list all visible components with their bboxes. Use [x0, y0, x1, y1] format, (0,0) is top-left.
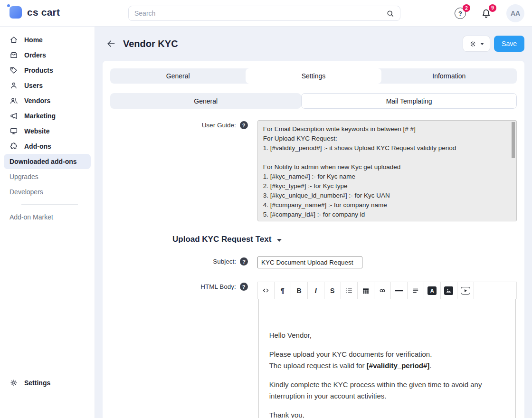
sidebar-item-downloaded-addons[interactable]: Downloaded add-ons	[4, 154, 91, 169]
sidebar-item-marketing[interactable]: Marketing	[0, 108, 95, 124]
cscart-logo[interactable]: cs cart	[10, 6, 60, 19]
sidebar-divider	[21, 204, 78, 205]
bold-icon[interactable]: B	[291, 282, 308, 299]
tab-settings[interactable]: Settings	[246, 68, 381, 84]
chevron-down-icon	[277, 239, 282, 242]
help-tooltip-icon[interactable]: ?	[240, 121, 248, 129]
unordered-list-icon[interactable]	[341, 282, 358, 299]
main-tabs: General Settings Information	[110, 68, 517, 84]
gear-icon	[10, 379, 18, 387]
sidebar-item-addon-market[interactable]: Add-on Market	[0, 209, 95, 225]
sidebar-item-products[interactable]: Products	[0, 63, 95, 78]
horizontal-rule-icon[interactable]	[391, 282, 408, 299]
table-icon[interactable]	[358, 282, 374, 299]
font-color-icon[interactable]: A	[424, 282, 441, 299]
html-body-label: HTML Body:	[110, 282, 236, 290]
email-paragraph: Please upload your KYC documents for ver…	[269, 349, 505, 371]
insert-image-icon[interactable]	[441, 282, 457, 299]
page-settings-dropdown[interactable]	[463, 36, 490, 52]
notification-badge: 9	[489, 4, 496, 12]
sidebar-item-label: Settings	[24, 379, 50, 387]
megaphone-icon	[10, 112, 18, 120]
strikethrough-icon[interactable]: S	[324, 282, 341, 299]
search-icon[interactable]	[386, 9, 395, 18]
sidebar-item-label: Marketing	[24, 112, 56, 120]
link-icon[interactable]	[374, 282, 391, 299]
user-guide-textarea[interactable]: For Email Description write keywords in …	[257, 120, 517, 221]
tag-icon	[10, 66, 18, 75]
tab-general[interactable]: General	[110, 68, 246, 84]
sidebar-item-orders[interactable]: Orders	[0, 48, 95, 63]
email-paragraph: Kindly complete the KYC process within t…	[269, 379, 505, 402]
user-guide-row: User Guide: ? For Email Description writ…	[110, 120, 517, 221]
email-signature: Thank you,Your CS-Cart Team	[269, 409, 505, 418]
help-badge: 2	[463, 4, 470, 12]
sub-tabs: General Mail Templating	[110, 93, 517, 109]
sidebar-item-users[interactable]: Users	[0, 78, 95, 93]
gear-icon	[469, 40, 477, 48]
upload-kyc-request-section-toggle[interactable]: Upload KYC Request Text	[172, 235, 517, 244]
subject-label: Subject:	[110, 256, 236, 265]
sidebar-item-label: Add-on Market	[10, 213, 53, 221]
tab-information[interactable]: Information	[381, 68, 517, 84]
back-arrow-icon[interactable]	[106, 39, 116, 48]
sidebar-item-addons[interactable]: Add-ons	[0, 139, 95, 154]
vendors-icon	[10, 96, 18, 105]
global-search	[128, 6, 400, 21]
align-icon[interactable]	[408, 282, 424, 299]
top-bar: cs cart ? 2 9 AA	[0, 0, 532, 27]
content-card: General Settings Information General Mai…	[103, 61, 524, 418]
monitor-icon	[10, 127, 18, 135]
sidebar-item-label: Add-ons	[24, 142, 51, 150]
section-title: Upload KYC Request Text	[172, 235, 271, 244]
textarea-scrollbar[interactable]	[512, 122, 515, 158]
puzzle-icon	[10, 142, 18, 151]
subtab-mail-templating[interactable]: Mail Templating	[301, 93, 517, 109]
main-content: Vendor KYC Save General Settings Informa…	[95, 27, 532, 418]
italic-icon[interactable]: I	[308, 282, 324, 299]
sidebar-item-label: Orders	[24, 51, 46, 59]
paragraph-icon[interactable]: ¶	[275, 282, 291, 299]
email-body-editor[interactable]: Hello Vendor, Please upload your KYC doc…	[258, 299, 516, 418]
sidebar-item-label: Users	[24, 82, 43, 89]
insert-video-icon[interactable]	[457, 282, 474, 299]
html-body-row: HTML Body: ? ¶ B I S	[110, 282, 517, 418]
code-icon[interactable]	[258, 282, 275, 299]
subtab-general[interactable]: General	[110, 93, 301, 109]
search-input[interactable]	[128, 6, 400, 21]
home-icon	[10, 36, 18, 44]
orders-icon	[10, 51, 18, 59]
help-tooltip-icon[interactable]: ?	[240, 257, 248, 266]
subject-input[interactable]	[257, 256, 362, 268]
save-button[interactable]: Save	[494, 36, 524, 52]
notifications-menu[interactable]: 9	[480, 8, 492, 19]
sidebar-item-developers[interactable]: Developers	[0, 184, 95, 200]
subject-row: Subject: ?	[110, 256, 517, 268]
sidebar-item-label: Home	[24, 36, 43, 44]
sidebar: Home Orders Products Users Vendors Marke…	[0, 27, 95, 418]
avatar[interactable]: AA	[506, 4, 524, 22]
html-editor: ¶ B I S	[257, 282, 517, 418]
sidebar-item-label: Upgrades	[10, 173, 38, 180]
sidebar-item-website[interactable]: Website	[0, 124, 95, 139]
sidebar-item-label: Developers	[10, 188, 43, 196]
sidebar-item-vendors[interactable]: Vendors	[0, 93, 95, 108]
page-header: Vendor KYC Save	[95, 27, 532, 61]
help-tooltip-icon[interactable]: ?	[240, 283, 248, 291]
user-icon	[10, 81, 18, 90]
sidebar-item-upgrades[interactable]: Upgrades	[0, 169, 95, 184]
page-title: Vendor KYC	[123, 38, 178, 49]
chevron-down-icon	[480, 43, 484, 45]
sidebar-item-label: Downloaded add-ons	[10, 158, 77, 165]
sidebar-item-settings[interactable]: Settings	[0, 375, 95, 390]
help-menu[interactable]: ? 2	[455, 8, 466, 19]
logo-text: cs cart	[27, 7, 60, 18]
sidebar-item-label: Website	[24, 127, 49, 135]
email-greeting: Hello Vendor,	[269, 330, 505, 341]
sidebar-item-label: Vendors	[24, 97, 50, 104]
validity-period-placeholder: [#validity_period#]	[367, 361, 430, 370]
sidebar-item-home[interactable]: Home	[0, 32, 95, 48]
toolbar-spacer	[474, 282, 516, 299]
user-guide-label: User Guide:	[110, 120, 236, 129]
logo-mark-icon	[10, 6, 22, 19]
